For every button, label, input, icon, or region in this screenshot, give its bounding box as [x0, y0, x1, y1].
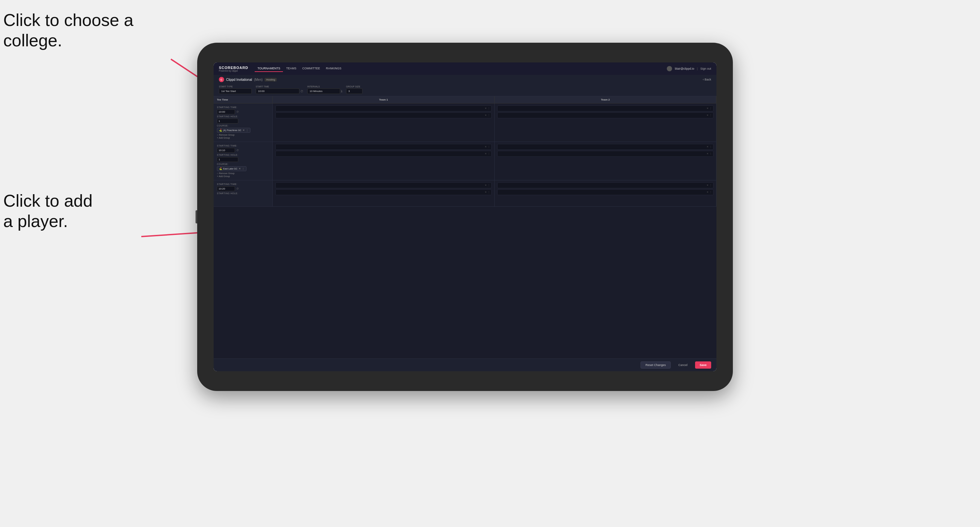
x-icon-9[interactable]: ✕: [485, 184, 487, 187]
player-slot-t1-3[interactable]: ✕ ⋮: [275, 144, 492, 150]
starting-hole-label-3: STARTING HOLE:: [217, 192, 269, 195]
course-edit-2[interactable]: ⋮: [242, 167, 245, 170]
group-time-input-1[interactable]: [217, 110, 235, 114]
sign-out-link[interactable]: Sign out: [700, 67, 711, 70]
player-slot-t1-5[interactable]: ✕ ⋮: [275, 183, 492, 188]
chevron-icon-9[interactable]: ⋮: [488, 184, 490, 187]
course-remove-2[interactable]: ✕: [239, 167, 241, 170]
player-slot-t2-2[interactable]: ✕ ⋮: [497, 113, 713, 118]
nav-committee[interactable]: COMMITTEE: [300, 65, 323, 72]
x-icon-6[interactable]: ✕: [485, 152, 487, 155]
team1-cell-1: ✕ ⋮ ✕ ⋮: [273, 103, 495, 141]
save-button[interactable]: Save: [695, 361, 711, 369]
group-row-2: STARTING TIME: ⏱ STARTING HOLE: 1 COURSE…: [214, 142, 716, 180]
chevron-icon-11[interactable]: ⋮: [710, 184, 712, 187]
player-slot-icons-4: ✕ ⋮: [706, 114, 712, 117]
back-button[interactable]: ‹ Back: [703, 78, 711, 81]
add-group-1[interactable]: + Add Group: [217, 137, 269, 139]
start-time-label: Start Time: [256, 86, 303, 88]
x-icon-3[interactable]: ✕: [706, 107, 708, 110]
course-remove-1[interactable]: ✕: [243, 129, 245, 132]
x-icon-8[interactable]: ✕: [706, 152, 708, 155]
player-slot-t1-6[interactable]: ✕ ⋮: [275, 189, 492, 195]
chevron-icon-12[interactable]: ⋮: [710, 191, 712, 194]
chevron-icon[interactable]: ⋮: [488, 107, 490, 110]
x-icon-2[interactable]: ✕: [485, 114, 487, 117]
remove-group-1[interactable]: ○ Remove Group: [217, 134, 269, 136]
intervals-label: Intervals: [307, 86, 342, 88]
player-slot-t1-2[interactable]: ✕ ⋮: [275, 113, 492, 118]
hosting-badge: Hosting: [264, 78, 277, 81]
table-header: Tee Time Team 1 Team 2: [214, 96, 716, 103]
player-slot-t1-4[interactable]: ✕ ⋮: [275, 151, 492, 157]
annotation-choose-college: Click to choose a college.: [3, 10, 134, 51]
group-time-input-3[interactable]: [217, 186, 235, 191]
course-tag-1[interactable]: ⛳ (A) Peachtree GC ✕ ⋮: [217, 128, 250, 133]
reset-button[interactable]: Reset Changes: [641, 361, 671, 369]
course-label-1: COURSE:: [217, 124, 269, 127]
player-slot-icons-3: ✕ ⋮: [706, 107, 712, 110]
x-icon-12[interactable]: ✕: [706, 191, 708, 194]
tournament-name: Clippd Invitational: [226, 78, 252, 81]
group-size-select[interactable]: 3: [346, 88, 363, 94]
th-tee-time: Tee Time: [214, 96, 273, 103]
user-email: blair@clippd.io: [675, 67, 694, 70]
starting-hole-label-2: STARTING HOLE:: [217, 154, 269, 156]
group-time-input-2[interactable]: [217, 148, 235, 153]
chevron-icon-7[interactable]: ⋮: [710, 146, 712, 148]
chevron-icon-10[interactable]: ⋮: [488, 191, 490, 194]
player-slot-t2-4[interactable]: ✕ ⋮: [497, 151, 713, 157]
course-label-2: COURSE:: [217, 163, 269, 165]
chevron-icon-3[interactable]: ⋮: [710, 107, 712, 110]
x-icon-4[interactable]: ✕: [706, 114, 708, 117]
team2-cell-3: ✕ ⋮ ✕ ⋮: [495, 180, 716, 206]
remove-group-2[interactable]: ○ Remove Group: [217, 172, 269, 175]
start-type-select[interactable]: 1st Tee Start: [219, 88, 252, 94]
course-row-2: ⛳ East Lake GC ✕ ⋮: [217, 166, 269, 171]
player-slot-t2-3[interactable]: ✕ ⋮: [497, 144, 713, 150]
chevron-icon-8[interactable]: ⋮: [710, 152, 712, 155]
course-row-1: ⛳ (A) Peachtree GC ✕ ⋮: [217, 128, 269, 133]
player-slot-t2-5[interactable]: ✕ ⋮: [497, 183, 713, 188]
cancel-button[interactable]: Cancel: [673, 361, 692, 369]
add-group-2[interactable]: + Add Group: [217, 175, 269, 178]
nav-teams[interactable]: TEAMS: [284, 65, 299, 72]
player-slot-t1-1[interactable]: ✕ ⋮: [275, 105, 492, 111]
x-icon-7[interactable]: ✕: [706, 146, 708, 148]
logo-subtitle: Powered by clippd: [219, 70, 248, 72]
x-icon[interactable]: ✕: [485, 107, 487, 110]
course-name-2: East Lake GC: [223, 168, 238, 170]
c-logo: C: [219, 77, 224, 82]
course-tag-2[interactable]: ⛳ East Lake GC ✕ ⋮: [217, 166, 247, 171]
group-size-label: Group Size: [346, 86, 363, 88]
group-hole-select-1[interactable]: 1: [217, 119, 238, 124]
group-row-3: STARTING TIME: ⏱ STARTING HOLE: ✕ ⋮: [214, 180, 716, 207]
th-team1: Team 1: [273, 96, 495, 103]
groups-container: STARTING TIME: ⏱ STARTING HOLE: 1 COURSE…: [214, 103, 716, 359]
clock-icon: ⏱: [301, 90, 303, 93]
player-slot-t2-1[interactable]: ✕ ⋮: [497, 105, 713, 111]
group-actions-1: ○ Remove Group + Add Group: [217, 134, 269, 139]
x-icon-11[interactable]: ✕: [706, 184, 708, 187]
group-hole-row-2: 1: [217, 157, 269, 162]
chevron-icon-5[interactable]: ⋮: [488, 146, 490, 148]
player-slot-t2-6[interactable]: ✕ ⋮: [497, 189, 713, 195]
chevron-icon-4[interactable]: ⋮: [710, 114, 712, 117]
x-icon-10[interactable]: ✕: [485, 191, 487, 194]
team2-cell-1: ✕ ⋮ ✕ ⋮: [495, 103, 716, 141]
group-time-row-3: ⏱: [217, 186, 269, 191]
intervals-select[interactable]: 10 Minutes: [307, 88, 340, 94]
chevron-icon-2[interactable]: ⋮: [488, 114, 490, 117]
chevron-icon-6[interactable]: ⋮: [488, 152, 490, 155]
nav-tournaments[interactable]: TOURNAMENTS: [255, 65, 283, 72]
start-time-input[interactable]: [256, 88, 299, 94]
course-icon-1: ⛳: [219, 129, 222, 132]
course-edit-1[interactable]: ⋮: [246, 129, 248, 132]
x-icon-5[interactable]: ✕: [485, 146, 487, 148]
group-row: STARTING TIME: ⏱ STARTING HOLE: 1 COURSE…: [214, 103, 716, 142]
group-actions-2: ○ Remove Group + Add Group: [217, 172, 269, 178]
nav-rankings[interactable]: RANKINGS: [323, 65, 344, 72]
settings-row: Start Type 1st Tee Start Start Time ⏱ In…: [214, 84, 716, 96]
time-icon-1: ⏱: [236, 110, 239, 113]
group-hole-select-2[interactable]: 1: [217, 157, 238, 162]
